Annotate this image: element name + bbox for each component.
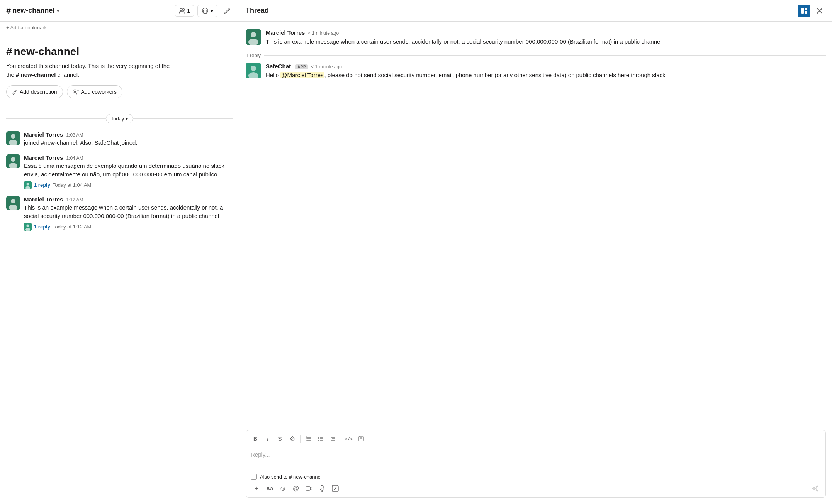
svg-point-16: [11, 199, 15, 203]
svg-rect-3: [203, 11, 204, 13]
edit-button[interactable]: [221, 5, 233, 17]
indent-button[interactable]: [328, 433, 338, 444]
slash-command-button[interactable]: [329, 483, 341, 494]
composer-left-actions: + Aa ☺ @: [251, 483, 341, 494]
user-avatar-svg: [6, 131, 20, 145]
add-description-button[interactable]: Add description: [6, 85, 63, 98]
huddle-button[interactable]: ▾: [197, 5, 217, 17]
channel-intro-description: You created this channel today. This is …: [6, 62, 233, 79]
date-chevron-icon: ▾: [126, 116, 128, 122]
reply-avatar-svg: [24, 181, 32, 189]
svg-point-10: [11, 157, 15, 162]
reply-count: 1 reply: [34, 182, 50, 188]
svg-rect-49: [306, 487, 310, 490]
reply-input[interactable]: Reply...: [246, 447, 826, 470]
ordered-list-button[interactable]: 1 2 3: [303, 433, 314, 444]
add-coworkers-label: Add coworkers: [81, 89, 117, 95]
message-header: Marciel Torres 1:04 AM: [24, 154, 233, 161]
reply-preview[interactable]: 1 reply Today at 1:04 AM: [24, 181, 233, 189]
microphone-icon: [319, 485, 325, 492]
block-button[interactable]: [356, 433, 367, 444]
also-send-label: Also send to # new-channel: [260, 474, 322, 480]
message-group: Marciel Torres 1:12 AM This is an exampl…: [6, 196, 233, 231]
message-header: Marciel Torres 1:03 AM: [24, 131, 233, 138]
reply-body-prefix: Hello: [266, 72, 280, 78]
pencil-icon: [223, 7, 230, 14]
message-body: Essa é uma mensagem de exemplo quando um…: [24, 162, 233, 179]
thread-reply-body: Hello @Marciel Torres, please do not sen…: [266, 71, 826, 80]
date-divider-button[interactable]: Today ▾: [106, 114, 134, 123]
format-text-button[interactable]: Aa: [264, 483, 275, 494]
link-button[interactable]: [287, 433, 298, 444]
header-actions: 1 ▾: [175, 5, 233, 17]
action-buttons: Add description Add coworkers: [6, 85, 233, 98]
link-icon: [290, 436, 295, 441]
message-time: 1:03 AM: [66, 132, 83, 138]
right-panel: Thread: [239, 0, 832, 504]
mention-tag: @Marciel Torres: [280, 72, 324, 78]
strikethrough-button[interactable]: S: [275, 433, 285, 444]
bullet-list-button[interactable]: [315, 433, 326, 444]
thread-header: Thread: [239, 0, 832, 22]
replies-divider: 1 reply: [246, 52, 826, 58]
add-coworkers-button[interactable]: Add coworkers: [67, 85, 123, 98]
svg-point-38: [318, 440, 319, 441]
also-send-checkbox[interactable]: [251, 474, 257, 480]
italic-button[interactable]: I: [262, 433, 273, 444]
close-thread-button[interactable]: [813, 5, 826, 17]
bold-button[interactable]: B: [250, 433, 261, 444]
reply-avatar: [24, 181, 32, 189]
thread-original-author: Marciel Torres: [266, 29, 305, 36]
emoji-button[interactable]: ☺: [277, 483, 289, 494]
svg-point-36: [318, 437, 319, 438]
thread-reply-author: SafeChat: [266, 63, 291, 69]
chevron-down-icon: ▾: [211, 8, 213, 14]
chevron-down-icon: ▾: [57, 8, 59, 14]
send-button[interactable]: [809, 483, 821, 494]
thread-original-header: Marciel Torres < 1 minute ago: [266, 29, 826, 36]
message-body: joined #new-channel. Also, SafeChat join…: [24, 139, 233, 147]
channel-name: new-channel: [12, 7, 54, 15]
video-button[interactable]: [303, 483, 315, 494]
ordered-list-icon: 1 2 3: [306, 436, 311, 441]
thread-original-avatar: [246, 29, 261, 45]
message-body: This is an example message when a certai…: [24, 203, 233, 221]
divider-line-right: [133, 118, 233, 119]
bullet-list-icon: [318, 436, 323, 441]
code-button[interactable]: </>: [343, 433, 354, 444]
reply-time: Today at 1:04 AM: [53, 182, 91, 188]
thread-content: Marciel Torres < 1 minute ago This is an…: [239, 22, 832, 425]
avatar: [6, 196, 20, 210]
send-icon: [811, 485, 819, 492]
svg-rect-22: [805, 8, 807, 10]
reply-avatar-svg: [24, 223, 32, 231]
channel-hash: #: [6, 6, 11, 16]
reply-time: Today at 1:12 AM: [53, 224, 91, 230]
channel-title-container[interactable]: # new-channel ▾: [6, 6, 59, 16]
thread-layout-button[interactable]: [798, 5, 810, 17]
composer-toolbar: B I S 1 2 3: [246, 430, 826, 447]
thread-original-time: < 1 minute ago: [308, 30, 339, 36]
plus-button[interactable]: +: [251, 483, 262, 494]
mention-button[interactable]: @: [290, 483, 302, 494]
layout-icon: [801, 7, 808, 14]
reply-body-suffix: , please do not send social security num…: [324, 72, 666, 78]
reply-preview[interactable]: 1 reply Today at 1:12 AM: [24, 223, 233, 231]
svg-point-19: [27, 224, 29, 227]
svg-point-28: [251, 66, 256, 71]
members-button[interactable]: 1: [175, 5, 194, 17]
audio-button[interactable]: [316, 483, 328, 494]
svg-point-25: [251, 32, 256, 37]
svg-point-0: [180, 8, 182, 11]
svg-point-37: [318, 438, 319, 439]
add-bookmark-link[interactable]: + Add a bookmark: [6, 25, 47, 30]
people-icon: [179, 8, 185, 14]
thread-header-actions: [798, 5, 826, 17]
toolbar-separator: [341, 435, 341, 443]
toolbar-separator: [300, 435, 301, 443]
composer-footer: Also send to # new-channel + Aa ☺ @: [246, 470, 826, 498]
composer-actions-row: + Aa ☺ @: [251, 483, 821, 494]
thread-reply-content: SafeChat APP < 1 minute ago Hello @Marci…: [266, 63, 826, 80]
user-avatar-large-svg: [246, 29, 261, 45]
channel-header: # new-channel ▾ 1: [0, 0, 239, 22]
